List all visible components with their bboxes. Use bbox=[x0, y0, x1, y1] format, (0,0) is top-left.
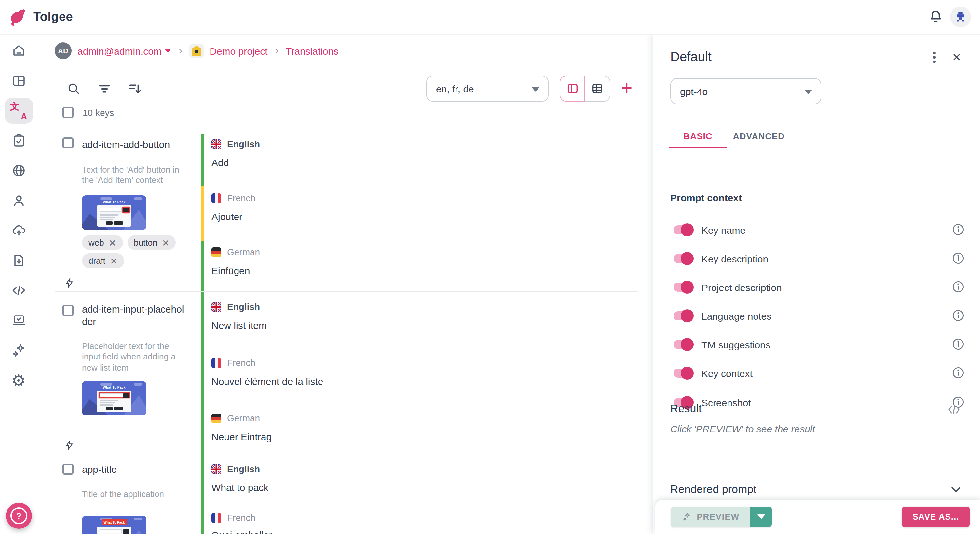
flag-en-icon bbox=[212, 302, 221, 312]
view-split-button[interactable] bbox=[560, 75, 585, 102]
key-description: Text for the 'Add' button in the 'Add It… bbox=[82, 165, 183, 186]
language-label: English bbox=[212, 139, 260, 149]
tab-basic[interactable]: BASIC bbox=[669, 126, 727, 147]
view-split-icon bbox=[566, 82, 579, 95]
tag-remove-icon[interactable]: ✕ bbox=[162, 238, 170, 247]
translation-value[interactable]: New list item bbox=[212, 320, 267, 331]
context-flash-icon[interactable] bbox=[64, 439, 75, 451]
sidebar-item-ai[interactable] bbox=[4, 337, 33, 363]
translation-value[interactable]: Nouvel élément de la liste bbox=[212, 376, 323, 387]
flag-de-icon bbox=[212, 413, 221, 423]
breadcrumb-section[interactable]: Translations bbox=[286, 45, 338, 56]
row-checkbox[interactable] bbox=[62, 464, 73, 475]
dashboard-icon bbox=[11, 73, 26, 89]
tag-row: web✕ button✕ bbox=[82, 235, 176, 250]
screenshot-thumbnail[interactable]: What To Pack bbox=[82, 381, 146, 416]
toggle-switch[interactable] bbox=[673, 311, 692, 320]
info-icon[interactable] bbox=[952, 367, 964, 379]
search-icon[interactable] bbox=[64, 79, 83, 98]
tag-remove-icon[interactable]: ✕ bbox=[110, 256, 118, 265]
gear-icon: ⚙ bbox=[11, 372, 26, 389]
info-icon[interactable] bbox=[952, 281, 964, 293]
result-heading: Result bbox=[670, 402, 702, 416]
toggle-row-key-context: Key context bbox=[670, 363, 968, 383]
view-table-icon bbox=[591, 82, 604, 95]
sort-icon[interactable] bbox=[125, 79, 145, 98]
file-download-icon bbox=[11, 253, 26, 268]
code-view-icon[interactable] bbox=[947, 404, 961, 416]
kebab-menu-icon[interactable] bbox=[927, 49, 942, 65]
tag-remove-icon[interactable]: ✕ bbox=[109, 238, 116, 247]
info-icon[interactable] bbox=[952, 252, 964, 265]
sidebar-item-integrate[interactable] bbox=[4, 308, 33, 333]
translation-value[interactable]: What to pack bbox=[212, 482, 269, 493]
translation-value[interactable]: Einfügen bbox=[212, 265, 250, 276]
user-avatar[interactable] bbox=[950, 6, 971, 27]
breadcrumb-user[interactable]: admin@admin.com bbox=[78, 45, 172, 56]
flag-en-icon bbox=[212, 464, 221, 474]
table-row: app-title Title of the application What … bbox=[0, 455, 653, 534]
toggle-row-key-name: Key name bbox=[670, 220, 968, 240]
sidebar-item-members[interactable] bbox=[4, 188, 33, 214]
view-table-button[interactable] bbox=[585, 75, 610, 102]
tag[interactable]: button✕ bbox=[127, 235, 176, 250]
sidebar-item-tasks[interactable] bbox=[4, 128, 33, 154]
sidebar-item-projects[interactable] bbox=[4, 68, 33, 94]
ai-prompt-drawer: Default ✕ gpt-4o BASIC ADVANCED Prompt c… bbox=[653, 34, 980, 534]
sidebar-item-developer[interactable] bbox=[4, 277, 33, 303]
translation-value[interactable]: Neuer Eintrag bbox=[212, 431, 272, 442]
preview-button[interactable]: PREVIEW bbox=[671, 507, 750, 527]
app-window: Tolgee bbox=[0, 0, 980, 534]
context-flash-icon[interactable] bbox=[64, 277, 75, 289]
tolgee-logo[interactable]: Tolgee bbox=[0, 7, 73, 27]
key-name[interactable]: app-title bbox=[82, 463, 189, 475]
translation-value[interactable]: Ajouter bbox=[212, 211, 242, 222]
breadcrumb-project[interactable]: Demo project bbox=[210, 45, 267, 56]
user-initials-avatar[interactable]: AD bbox=[55, 42, 72, 59]
key-name[interactable]: add-item-add-button bbox=[82, 138, 189, 150]
toggle-switch[interactable] bbox=[673, 368, 692, 378]
toggle-switch[interactable] bbox=[673, 283, 692, 292]
table-row: add-item-add-button Text for the 'Add' b… bbox=[0, 134, 653, 291]
tag[interactable]: web✕ bbox=[82, 235, 123, 250]
languages-select[interactable]: en, fr, de bbox=[426, 75, 549, 102]
toggle-switch[interactable] bbox=[673, 340, 692, 349]
tab-advanced[interactable]: ADVANCED bbox=[727, 126, 791, 147]
sidebar-item-settings[interactable]: ⚙ bbox=[4, 367, 33, 393]
sidebar-item-content-delivery[interactable] bbox=[4, 217, 33, 244]
info-icon[interactable] bbox=[952, 309, 964, 322]
sidebar-item-home[interactable] bbox=[4, 38, 33, 64]
save-as-button[interactable]: SAVE AS... bbox=[902, 507, 970, 527]
sidebar-item-languages[interactable] bbox=[4, 158, 33, 183]
state-bar-translated bbox=[201, 186, 204, 241]
chevron-down-icon bbox=[165, 49, 172, 53]
flag-fr-icon bbox=[212, 358, 221, 368]
select-all-checkbox[interactable] bbox=[62, 107, 73, 118]
row-checkbox[interactable] bbox=[62, 305, 73, 316]
key-description: Placeholder text for the input field whe… bbox=[82, 341, 183, 373]
filter-icon[interactable] bbox=[94, 79, 114, 98]
translation-value[interactable]: Add bbox=[212, 157, 229, 168]
key-name[interactable]: add-item-input-placeholder bbox=[82, 303, 189, 328]
translation-value[interactable]: Quoi emballer bbox=[212, 529, 272, 534]
keys-list-header: 10 keys bbox=[62, 107, 114, 118]
preview-split-button: PREVIEW bbox=[671, 507, 772, 527]
sidebar-item-translations[interactable]: 文A bbox=[4, 98, 33, 124]
info-icon[interactable] bbox=[952, 223, 964, 236]
toggle-switch[interactable] bbox=[673, 225, 692, 234]
tag[interactable]: draft✕ bbox=[82, 253, 124, 268]
preview-dropdown-button[interactable] bbox=[750, 507, 772, 527]
info-icon[interactable] bbox=[952, 338, 964, 351]
screenshot-thumbnail[interactable]: What To Pack bbox=[82, 516, 146, 534]
row-checkbox[interactable] bbox=[62, 137, 73, 148]
sidebar-item-import[interactable] bbox=[4, 247, 33, 274]
model-select[interactable]: gpt-4o bbox=[670, 78, 821, 104]
toggle-switch[interactable] bbox=[673, 254, 692, 263]
screenshot-thumbnail[interactable]: What To Pack bbox=[82, 195, 146, 230]
toggle-row-project-description: Project description bbox=[670, 277, 968, 297]
help-button[interactable]: ? bbox=[6, 503, 32, 529]
chevron-down-icon[interactable] bbox=[950, 486, 962, 494]
add-key-button[interactable]: + bbox=[617, 76, 636, 100]
close-icon[interactable]: ✕ bbox=[949, 49, 964, 65]
notifications-bell-icon[interactable] bbox=[928, 9, 943, 25]
